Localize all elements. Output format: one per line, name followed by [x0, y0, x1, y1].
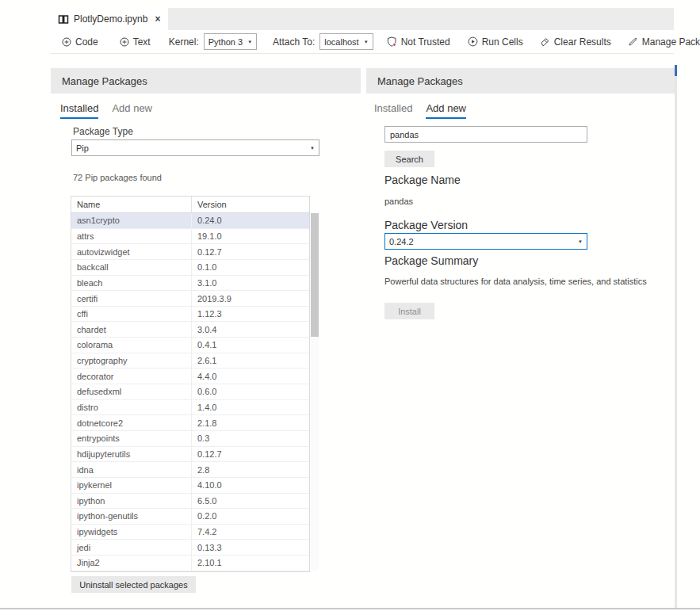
package-version-cell: 3.0.4 — [192, 322, 309, 337]
tab-installed[interactable]: Installed — [374, 102, 412, 119]
run-cells-button[interactable]: Run Cells — [468, 36, 523, 48]
table-row[interactable]: cffi1.12.3 — [71, 307, 309, 323]
package-name-cell: defusedxml — [71, 384, 192, 399]
install-button[interactable]: Install — [384, 303, 434, 319]
package-name-cell: asn1crypto — [71, 213, 192, 228]
table-row[interactable]: ipywidgets7.4.2 — [71, 525, 309, 540]
chevron-down-icon: ▼ — [247, 40, 252, 44]
package-version-value: 0.24.2 — [389, 237, 414, 246]
package-version-cell: 0.12.7 — [192, 447, 309, 462]
table-row[interactable]: bleach3.1.0 — [71, 276, 309, 292]
package-name-cell: dotnetcore2 — [71, 415, 192, 430]
table-row[interactable]: ipython-genutils0.2.0 — [71, 509, 309, 525]
table-row[interactable]: hdijupyterutils0.12.7 — [71, 447, 309, 463]
column-header-name: Name — [71, 197, 192, 212]
package-search-input[interactable] — [384, 126, 587, 143]
plus-circle-icon — [120, 37, 129, 47]
trust-status-label: Not Trusted — [401, 36, 450, 48]
tab-add-new[interactable]: Add new — [112, 102, 152, 119]
package-version-cell: 1.4.0 — [192, 400, 309, 415]
package-name-cell: cffi — [71, 307, 192, 322]
dialog-scrollbar-track[interactable] — [675, 65, 677, 609]
table-row[interactable]: backcall0.1.0 — [71, 260, 309, 276]
attach-to-value: localhost — [324, 37, 358, 47]
table-row[interactable]: entrypoints0.3 — [71, 431, 309, 447]
add-text-button[interactable]: Text — [120, 36, 151, 48]
package-version-dropdown[interactable]: 0.24.2 ▼ — [384, 233, 587, 250]
search-button[interactable]: Search — [384, 151, 434, 167]
plus-circle-icon — [62, 37, 71, 47]
dialog-scrollbar-thumb[interactable] — [675, 65, 677, 76]
window-bottom-border — [0, 608, 700, 609]
add-code-label: Code — [75, 36, 98, 48]
package-name-cell: backcall — [71, 260, 192, 275]
package-name-label: Package Name — [384, 174, 461, 186]
package-version-cell: 0.13.3 — [192, 540, 309, 555]
add-code-button[interactable]: Code — [62, 36, 98, 48]
table-row[interactable]: attrs19.1.0 — [71, 229, 309, 245]
table-row[interactable]: chardet3.0.4 — [71, 322, 309, 338]
table-row[interactable]: colorama0.4.1 — [71, 338, 309, 353]
package-version-cell: 2.1.8 — [192, 415, 309, 430]
package-version-cell: 0.12.7 — [192, 244, 309, 259]
run-cells-icon — [468, 36, 478, 47]
attach-to-dropdown[interactable]: localhost ▼ — [319, 33, 373, 50]
package-count-text: 72 Pip packages found — [73, 173, 162, 182]
kernel-label: Kernel: — [169, 36, 199, 48]
left-panel-title-text: Manage Packages — [62, 75, 147, 87]
table-row[interactable]: dotnetcore22.1.8 — [71, 415, 309, 431]
package-type-label: Package Type — [73, 126, 133, 137]
table-row[interactable]: certifi2019.3.9 — [71, 291, 309, 307]
package-name-cell: idna — [71, 462, 192, 477]
notebook-toolbar: Code Text Kernel: Python 3 ▼ Attach To: … — [51, 30, 674, 54]
package-name-cell: certifi — [71, 291, 192, 306]
table-row[interactable]: cryptography2.6.1 — [71, 353, 309, 369]
table-row[interactable]: jedi0.13.3 — [71, 540, 309, 556]
run-cells-label: Run Cells — [482, 36, 523, 48]
clear-results-label: Clear Results — [554, 36, 611, 48]
table-row[interactable]: distro1.4.0 — [71, 400, 309, 416]
package-name-value: pandas — [384, 197, 413, 206]
clear-results-button[interactable]: Clear Results — [540, 36, 611, 48]
package-summary-label: Package Summary — [384, 254, 478, 267]
package-name-cell: entrypoints — [71, 431, 192, 446]
package-name-cell: ipykernel — [71, 478, 192, 493]
right-panel-title: Manage Packages — [366, 68, 675, 94]
table-row[interactable]: defusedxml0.6.0 — [71, 384, 309, 400]
package-name-cell: ipywidgets — [71, 525, 192, 540]
table-row[interactable]: decorator4.4.0 — [71, 369, 309, 384]
trust-status-button[interactable]: Not Trusted — [387, 36, 450, 48]
tab-title: PlotlyDemo.ipynb — [74, 13, 147, 25]
kernel-dropdown[interactable]: Python 3 ▼ — [204, 33, 257, 50]
table-row[interactable]: ipython6.5.0 — [71, 494, 309, 510]
package-table-body: asn1crypto0.24.0attrs19.1.0autovizwidget… — [71, 213, 309, 571]
add-text-label: Text — [133, 36, 151, 48]
table-row[interactable]: autovizwidget0.12.7 — [71, 244, 309, 260]
manage-packages-button[interactable]: Manage Packages — [628, 36, 700, 48]
tab-plotlydemo[interactable]: PlotlyDemo.ipynb × — [51, 8, 168, 30]
tab-add-new[interactable]: Add new — [426, 102, 466, 119]
table-row[interactable]: asn1crypto0.24.0 — [71, 213, 309, 229]
package-version-cell: 0.24.0 — [192, 213, 309, 228]
close-icon[interactable]: × — [155, 14, 160, 24]
uninstall-selected-button[interactable]: Uninstall selected packages — [71, 576, 196, 593]
shield-not-trusted-icon — [387, 36, 397, 47]
tab-installed[interactable]: Installed — [60, 102, 98, 119]
table-row[interactable]: idna2.8 — [71, 462, 309, 478]
package-name-cell: attrs — [71, 229, 192, 244]
package-version-cell: 4.10.0 — [192, 478, 309, 493]
package-version-cell: 19.1.0 — [192, 229, 309, 244]
package-version-cell: 7.4.2 — [192, 525, 309, 540]
package-summary-value: Powerful data structures for data analys… — [384, 277, 654, 286]
package-version-cell: 0.3 — [192, 431, 309, 446]
left-panel-tabs: Installed Add new — [60, 102, 152, 119]
attach-to-label: Attach To: — [273, 36, 315, 48]
chevron-down-icon: ▼ — [310, 146, 315, 151]
table-row[interactable]: ipykernel4.10.0 — [71, 478, 309, 494]
table-row[interactable]: Jinja22.10.1 — [71, 556, 309, 571]
package-version-cell: 2.6.1 — [192, 353, 309, 369]
right-panel-title-text: Manage Packages — [377, 75, 463, 87]
installed-packages-table: Name Version asn1crypto0.24.0attrs19.1.0… — [71, 196, 310, 572]
table-scrollbar-thumb[interactable] — [311, 213, 319, 337]
package-type-dropdown[interactable]: Pip ▼ — [71, 139, 319, 156]
